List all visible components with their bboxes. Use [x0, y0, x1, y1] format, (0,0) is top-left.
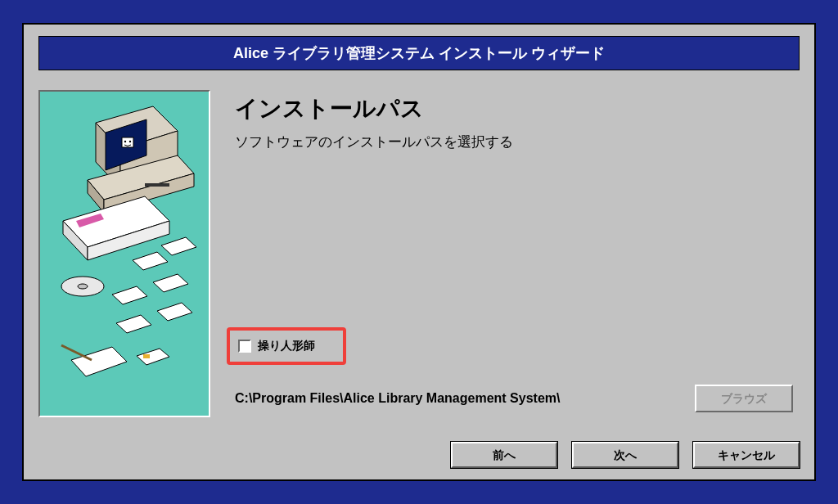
svg-marker-22	[157, 303, 192, 321]
browse-button[interactable]: ブラウズ	[695, 385, 793, 412]
page-heading: インストールパス	[235, 93, 800, 124]
svg-marker-19	[112, 286, 147, 304]
svg-marker-25	[137, 349, 169, 365]
back-button[interactable]: 前へ	[451, 442, 557, 468]
svg-point-16	[78, 284, 88, 289]
illustration-panel	[38, 90, 210, 417]
svg-rect-10	[145, 183, 169, 187]
svg-point-5	[124, 141, 126, 142]
svg-marker-23	[71, 347, 127, 376]
svg-line-24	[61, 345, 92, 360]
puppeteer-checkbox-label: 操り人形師	[258, 339, 315, 353]
svg-rect-26	[143, 354, 150, 358]
computer-illustration-icon	[47, 98, 202, 409]
title-text: Alice ライブラリ管理システム インストール ウィザード	[233, 45, 605, 61]
svg-marker-17	[133, 252, 168, 270]
content-row: インストールパス ソフトウェアのインストールパスを選択する 操り人形師 C:\P…	[38, 90, 800, 417]
page-subheading: ソフトウェアのインストールパスを選択する	[235, 133, 800, 151]
install-path-text: C:\Program Files\Alice Library Managemen…	[235, 391, 560, 406]
install-path-row: C:\Program Files\Alice Library Managemen…	[235, 385, 800, 412]
svg-marker-21	[116, 315, 151, 333]
wizard-window: Alice ライブラリ管理システム インストール ウィザード	[22, 23, 816, 481]
next-button[interactable]: 次へ	[572, 442, 678, 468]
main-panel: インストールパス ソフトウェアのインストールパスを選択する 操り人形師 C:\P…	[235, 90, 800, 417]
title-bar: Alice ライブラリ管理システム インストール ウィザード	[38, 36, 800, 70]
svg-point-6	[129, 141, 131, 142]
nav-button-row: 前へ 次へ キャンセル	[451, 442, 800, 468]
puppeteer-checkbox[interactable]	[238, 340, 251, 353]
svg-marker-20	[153, 274, 188, 292]
highlighted-checkbox-area: 操り人形師	[227, 327, 346, 365]
svg-marker-18	[161, 237, 196, 255]
cancel-button[interactable]: キャンセル	[693, 442, 800, 468]
